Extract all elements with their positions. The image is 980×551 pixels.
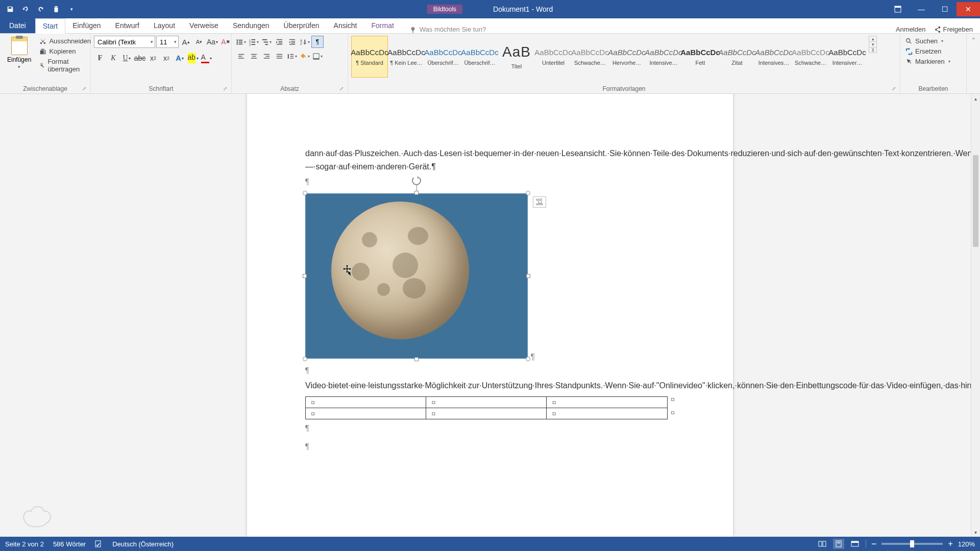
document-area[interactable]: dann·auf·das·Pluszeichen.·Auch·das·Lesen… <box>0 94 980 537</box>
print-layout-button[interactable] <box>833 539 844 549</box>
replace-button[interactable]: Ersetzen <box>903 47 952 56</box>
style-item[interactable]: AaBbCcDcÜberschrif… <box>461 36 498 78</box>
strikethrough-button[interactable]: abc <box>134 52 146 64</box>
collapse-ribbon-button[interactable]: ˄ <box>972 37 975 44</box>
minimize-button[interactable]: — <box>910 2 933 16</box>
resize-handle-t[interactable] <box>414 191 419 195</box>
language-indicator[interactable]: Deutsch (Österreich) <box>112 540 174 548</box>
resize-handle-r[interactable] <box>526 274 530 278</box>
page-indicator[interactable]: Seite 2 von 2 <box>5 540 44 548</box>
table[interactable]: ¤¤¤ ¤¤¤ <box>305 396 668 419</box>
copy-button[interactable]: Kopieren <box>37 47 93 56</box>
maximize-button[interactable]: ☐ <box>933 2 957 16</box>
shrink-font-button[interactable]: A▾ <box>193 36 205 48</box>
style-item[interactable]: AaBbCcDcHervorhe… <box>608 36 645 78</box>
ribbon-display-options[interactable] <box>886 2 910 16</box>
paste-button[interactable]: Einfügen ▾ <box>3 36 35 70</box>
sign-in-link[interactable]: Anmelden <box>896 26 926 33</box>
style-item[interactable]: AaBbCcDcÜberschrif… <box>425 36 461 78</box>
show-marks-button[interactable]: ¶ <box>311 36 324 48</box>
numbering-button[interactable]: 123 <box>248 36 260 48</box>
qat-customize-button[interactable]: ▾ <box>64 2 79 16</box>
style-item[interactable]: AaBbCcDcSchwache… <box>792 36 829 78</box>
tab-references[interactable]: Verweise <box>182 18 226 33</box>
shading-button[interactable] <box>299 50 311 62</box>
font-name-combo[interactable]: Calibri (Textk <box>94 36 155 48</box>
find-button[interactable]: Suchen <box>903 37 952 45</box>
paragraph-launcher[interactable]: ⤢ <box>339 86 344 91</box>
resize-handle-b[interactable] <box>414 357 419 361</box>
style-item[interactable]: AaBbCcDcZitat <box>719 36 755 78</box>
zoom-thumb[interactable] <box>910 540 914 547</box>
bullets-button[interactable] <box>235 36 247 48</box>
tell-me-search[interactable]: Was möchten Sie tun? <box>409 26 486 33</box>
grow-font-button[interactable]: A▴ <box>180 36 192 48</box>
scroll-up-button[interactable]: ▴ <box>971 94 980 103</box>
font-size-combo[interactable]: 11 <box>156 36 179 48</box>
selected-image[interactable]: ¶ <box>305 193 528 359</box>
touch-mode-button[interactable] <box>49 2 63 16</box>
style-item[interactable]: AaBTitel <box>498 36 535 78</box>
word-count[interactable]: 586 Wörter <box>53 540 86 548</box>
tab-design[interactable]: Entwurf <box>108 18 146 33</box>
tab-view[interactable]: Ansicht <box>327 18 364 33</box>
highlight-button[interactable]: ab <box>187 52 199 64</box>
select-button[interactable]: Markieren <box>903 57 952 66</box>
clipboard-launcher[interactable]: ⤢ <box>82 86 86 91</box>
file-tab[interactable]: Datei <box>0 18 35 33</box>
vertical-scrollbar[interactable]: ▴ ▾ <box>971 94 980 537</box>
zoom-level[interactable]: 120% <box>958 540 975 548</box>
format-painter-button[interactable]: Format übertragen <box>37 57 93 73</box>
undo-button[interactable] <box>18 2 33 16</box>
tab-insert[interactable]: Einfügen <box>65 18 108 33</box>
scroll-down-button[interactable]: ▾ <box>971 528 980 537</box>
align-left-button[interactable] <box>235 50 247 62</box>
web-layout-button[interactable] <box>849 539 861 549</box>
sort-button[interactable]: AZ <box>299 36 311 48</box>
italic-button[interactable]: K <box>107 52 119 64</box>
spell-check-icon[interactable] <box>95 540 103 547</box>
align-right-button[interactable] <box>260 50 273 62</box>
style-item[interactable]: AaBbCcDcUntertitel <box>535 36 572 78</box>
style-item[interactable]: AaBbCcDcSchwache… <box>572 36 608 78</box>
layout-options-button[interactable] <box>533 196 546 208</box>
tab-start[interactable]: Start <box>35 18 66 34</box>
tab-format[interactable]: Format <box>364 18 401 33</box>
redo-button[interactable] <box>34 2 48 16</box>
text-effects-button[interactable]: A <box>174 52 186 64</box>
resize-handle-l[interactable] <box>303 274 307 278</box>
style-item[interactable]: AaBbCcDc¶ Standard <box>351 36 388 78</box>
zoom-in-button[interactable]: + <box>948 539 952 548</box>
superscript-button[interactable]: x2 <box>160 52 173 64</box>
bold-button[interactable]: F <box>94 52 106 64</box>
paragraph-text[interactable]: dann·auf·das·Pluszeichen.·Auch·das·Lesen… <box>305 147 675 173</box>
decrease-indent-button[interactable] <box>273 36 285 48</box>
font-color-button[interactable]: A <box>200 52 212 64</box>
read-mode-button[interactable] <box>817 539 828 549</box>
tab-layout[interactable]: Layout <box>146 18 182 33</box>
change-case-button[interactable]: Aa <box>206 36 218 48</box>
zoom-slider[interactable] <box>881 543 943 545</box>
style-item[interactable]: AaBbCcDcIntensive… <box>645 36 682 78</box>
resize-handle-tr[interactable] <box>526 191 530 195</box>
zoom-out-button[interactable]: − <box>871 539 877 549</box>
share-button[interactable]: Freigeben <box>934 26 973 33</box>
underline-button[interactable]: U <box>120 52 133 64</box>
clear-formatting-button[interactable]: A✖ <box>219 36 232 48</box>
line-spacing-button[interactable] <box>286 50 298 62</box>
cut-button[interactable]: Ausschneiden <box>37 37 93 45</box>
paragraph-text[interactable]: Video·bietet·eine·leistungsstarke·Möglic… <box>305 379 675 392</box>
style-item[interactable]: AaBbCcDc¶ Kein Lee… <box>388 36 425 78</box>
resize-handle-br[interactable] <box>526 357 530 361</box>
close-button[interactable]: ✕ <box>957 2 980 16</box>
align-center-button[interactable] <box>248 50 260 62</box>
subscript-button[interactable]: x2 <box>147 52 159 64</box>
font-launcher[interactable]: ⤢ <box>223 86 227 91</box>
multilevel-button[interactable] <box>260 36 273 48</box>
increase-indent-button[interactable] <box>286 36 298 48</box>
borders-button[interactable] <box>311 50 324 62</box>
styles-more-button[interactable]: ▴▾⊻ <box>869 36 877 53</box>
tab-mailings[interactable]: Sendungen <box>226 18 277 33</box>
resize-handle-bl[interactable] <box>303 357 307 361</box>
styles-gallery[interactable]: AaBbCcDc¶ StandardAaBbCcDc¶ Kein Lee…AaB… <box>351 36 866 78</box>
